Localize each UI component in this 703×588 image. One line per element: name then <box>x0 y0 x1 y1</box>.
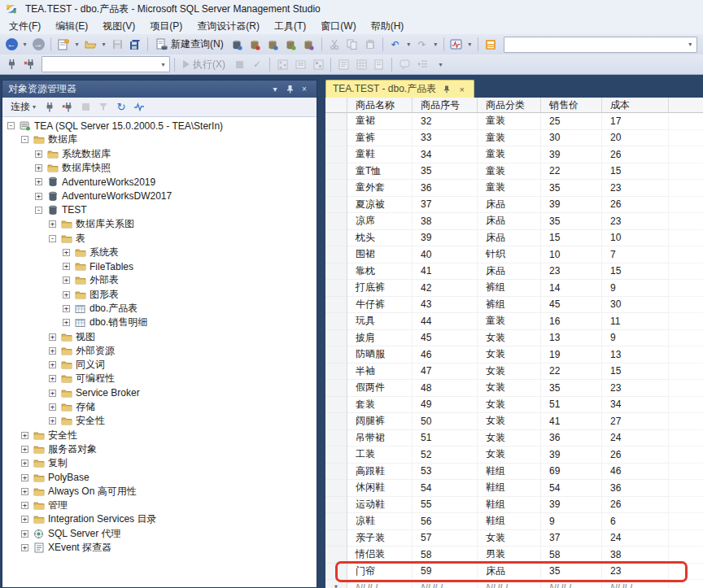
grid-cell[interactable]: 童装 <box>478 313 541 330</box>
row-header-cell[interactable] <box>325 297 347 314</box>
tree-item[interactable]: +管理 <box>2 499 317 512</box>
column-header[interactable]: 销售价 <box>541 98 602 113</box>
menu-item-tools[interactable]: 工具(T) <box>267 18 313 34</box>
grid-cell[interactable]: 37 <box>541 530 602 547</box>
indent-icon[interactable] <box>414 56 430 72</box>
grid-cell[interactable]: 工装 <box>347 446 413 464</box>
open-file-icon[interactable] <box>82 37 98 53</box>
grid-cell[interactable]: 38 <box>602 547 669 564</box>
grid-cell[interactable]: 49 <box>413 397 478 414</box>
grid-cell[interactable]: 32 <box>413 113 478 130</box>
grid-cell[interactable]: 34 <box>413 146 478 163</box>
expand-icon[interactable]: + <box>21 432 28 439</box>
stop-icon[interactable] <box>78 99 93 115</box>
row-header-cell[interactable]: * <box>325 580 347 588</box>
grid-cell[interactable]: 床品 <box>478 264 541 281</box>
change-connection-icon[interactable] <box>21 56 37 72</box>
toolbar-overflow-icon[interactable]: ▾ <box>437 56 444 72</box>
grid-cell[interactable]: 阔腿裤 <box>347 413 413 430</box>
grid-cell[interactable]: 床品 <box>478 197 541 214</box>
filter-icon[interactable] <box>96 99 111 115</box>
tree-item[interactable]: -TEA (SQL Server 15.0.2000.5 - TEA\SterI… <box>2 119 317 133</box>
grid-cell[interactable]: 鞋组 <box>478 497 541 514</box>
expand-icon[interactable]: + <box>49 347 56 355</box>
analysis-query-icon-4[interactable] <box>301 37 317 53</box>
grid-cell[interactable]: 女装 <box>478 346 541 364</box>
expand-icon[interactable]: + <box>35 193 42 200</box>
grid-cell[interactable]: 女装 <box>478 364 541 381</box>
grid-cell[interactable]: 13 <box>602 346 669 364</box>
grid-cell[interactable]: 打底裤 <box>347 280 413 297</box>
database-engine-query-icon[interactable] <box>229 37 246 53</box>
column-header[interactable]: 成本 <box>602 98 669 113</box>
grid-cell[interactable]: 童装 <box>478 146 541 163</box>
grid-cell[interactable]: 10 <box>602 230 669 247</box>
grid-cell[interactable]: 35 <box>541 213 602 230</box>
tree-item[interactable]: +Service Broker <box>2 386 317 400</box>
grid-cell[interactable]: 7 <box>602 246 669 264</box>
grid-cell[interactable]: 15 <box>541 230 602 247</box>
grid-cell[interactable]: 23 <box>602 180 669 197</box>
grid-cell[interactable]: 11 <box>602 313 669 330</box>
activity-monitor-toolbar-icon[interactable] <box>132 99 146 115</box>
row-header-cell[interactable] <box>325 180 347 197</box>
tree-item[interactable]: +XEvent 探查器 <box>2 541 317 555</box>
grid-cell[interactable]: 凉席 <box>347 213 413 230</box>
row-header-cell[interactable] <box>325 480 347 497</box>
grid-cell[interactable]: 童裙 <box>347 113 413 130</box>
database-combobox-dropdown-icon[interactable]: ▾ <box>157 61 169 68</box>
grid-cell[interactable]: 39 <box>413 230 478 247</box>
expand-icon[interactable]: + <box>21 474 28 481</box>
save-all-icon[interactable] <box>127 37 143 53</box>
menu-item-view[interactable]: 视图(V) <box>95 18 142 34</box>
connect-icon[interactable] <box>3 56 20 72</box>
grid-cell[interactable]: 6 <box>602 513 669 530</box>
column-header[interactable]: 商品分类 <box>478 98 541 113</box>
tree-item[interactable]: -数据库 <box>2 133 317 146</box>
grid-cell[interactable]: 亲子装 <box>347 530 413 547</box>
grid-cell[interactable]: 童外套 <box>347 180 413 197</box>
row-header-cell[interactable] <box>325 497 347 514</box>
grid-cell[interactable]: 15 <box>602 163 669 181</box>
grid-cell[interactable]: 54 <box>413 480 478 497</box>
expand-icon[interactable]: + <box>49 390 56 397</box>
save-icon[interactable] <box>109 37 125 53</box>
row-header-cell[interactable] <box>325 230 347 247</box>
pin-icon[interactable] <box>283 83 296 95</box>
grid-cell[interactable]: 35 <box>541 180 602 197</box>
row-header-cell[interactable] <box>325 246 347 264</box>
grid-cell[interactable]: 套装 <box>347 397 413 414</box>
row-header-cell[interactable] <box>325 530 347 547</box>
grid-cell[interactable]: 46 <box>413 346 478 364</box>
window-position-icon[interactable]: ▾ <box>269 83 282 95</box>
row-header-cell[interactable] <box>325 330 347 347</box>
row-header-cell[interactable] <box>325 146 347 163</box>
grid-cell[interactable]: 10 <box>541 246 602 264</box>
activity-monitor-icon[interactable] <box>448 37 465 53</box>
grid-cell[interactable]: 26 <box>602 146 669 163</box>
grid-cell[interactable]: 玩具 <box>347 313 413 330</box>
tree-item[interactable]: +dbo.销售明细 <box>2 316 317 329</box>
grid-corner-cell[interactable] <box>325 98 347 113</box>
row-header-cell[interactable] <box>325 264 347 281</box>
database-combobox[interactable]: ▾ <box>41 56 170 72</box>
grid-cell[interactable]: 20 <box>602 130 669 147</box>
row-header-cell[interactable] <box>325 513 347 530</box>
new-project-icon[interactable] <box>55 37 72 53</box>
grid-cell[interactable]: 23 <box>602 380 669 397</box>
refresh-icon[interactable]: ↻ <box>114 99 129 115</box>
tree-item[interactable]: +视图 <box>2 329 317 343</box>
grid-cell[interactable]: 45 <box>413 330 478 347</box>
grid-cell[interactable]: 裤组 <box>478 280 541 297</box>
tab-pin-icon[interactable] <box>441 84 452 94</box>
grid-cell[interactable]: 38 <box>413 213 478 230</box>
menu-item-help[interactable]: 帮助(H) <box>364 18 412 34</box>
grid-cell[interactable]: 26 <box>602 197 669 214</box>
grid-cell[interactable]: 51 <box>413 430 478 447</box>
properties-window-icon[interactable] <box>482 37 499 53</box>
grid-cell[interactable]: NULL <box>413 580 478 588</box>
document-tab[interactable]: TEA.TEST - dbo.产品表 × <box>325 80 474 98</box>
grid-cell[interactable]: 44 <box>413 313 478 330</box>
collapse-icon[interactable]: - <box>35 207 42 214</box>
undo-icon[interactable]: ↶ <box>387 37 404 53</box>
